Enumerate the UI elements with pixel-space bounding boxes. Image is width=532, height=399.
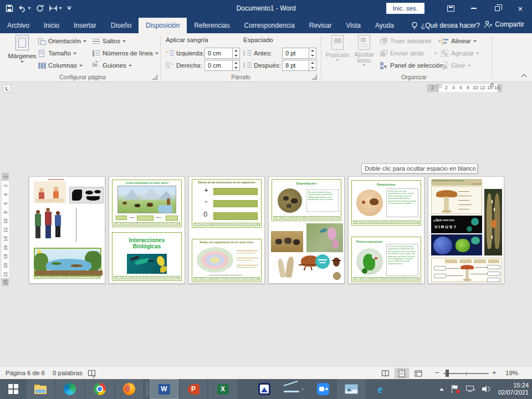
share-button[interactable]: Compartir [484, 17, 524, 32]
p6-worksheet [431, 258, 502, 282]
sangria-izquierda-input[interactable]: 0 cm [204, 48, 240, 59]
word-taskbar-button[interactable]: W [150, 379, 178, 399]
margenes-icon [16, 35, 29, 50]
zoom-slider[interactable] [443, 373, 489, 374]
p5-parasite-photo [356, 190, 383, 216]
page-thumbnail-5[interactable]: Parasitismo Interacción entre dos organi… [348, 176, 424, 284]
espaciado-despues-spinner[interactable] [309, 60, 316, 70]
group-label-configurar: Configurar página [6, 74, 160, 80]
columnas-button[interactable]: Columnas [38, 60, 83, 71]
p6-virus-line1: ¿Qué son los [433, 218, 454, 222]
tab-stop-selector[interactable]: L [3, 84, 11, 93]
tab-diseno[interactable]: Diseño [104, 18, 139, 33]
parrafo-dialog-launcher-icon[interactable] [311, 74, 317, 80]
page-thumbnail-1[interactable]: Obj: Conocer y comprender las distintas … [29, 176, 105, 284]
collapse-ribbon-icon[interactable] [521, 73, 526, 78]
page-thumbnail-3[interactable]: Efectos de las interacciones en los orga… [188, 176, 265, 284]
tab-referencias[interactable]: Referencias [187, 18, 237, 33]
page-thumbnail-2[interactable]: ¿Cómo interactúan los seres vivos? Obj: … [109, 176, 185, 284]
minimize-button[interactable] [462, 0, 485, 17]
powerpoint-taskbar-button[interactable]: P [180, 379, 207, 399]
p3-slide-1: Efectos de las interacciones en los orga… [192, 179, 262, 228]
ribbon-display-options-button[interactable] [439, 0, 462, 17]
margenes-button[interactable]: Márgenes [9, 35, 35, 63]
sangria-izquierda-spinner[interactable] [232, 48, 239, 58]
status-bar: Página 6 de 6 0 palabras − + 19% [0, 366, 532, 379]
tab-archivo[interactable]: Archivo [0, 18, 37, 33]
page-thumbnail-6[interactable]: Clasificación de los seres vivos continu… [428, 176, 504, 284]
sangria-derecha-spinner[interactable] [232, 60, 239, 70]
tray-expand-icon[interactable] [439, 388, 444, 391]
excel-taskbar-button[interactable]: X [208, 379, 237, 399]
close-button[interactable]: × [509, 0, 532, 17]
tell-me-box[interactable]: ¿Qué desea hacer? [411, 18, 480, 33]
word-count[interactable]: 0 palabras [53, 367, 83, 379]
espaciado-antes-input[interactable]: 0 pt [282, 48, 316, 59]
espaciado-antes-spinner[interactable] [309, 48, 316, 58]
read-mode-button[interactable] [378, 368, 392, 378]
group-label-parrafo: Párrafo [161, 74, 320, 80]
configurar-dialog-launcher-icon[interactable] [152, 74, 157, 80]
espaciado-despues-input[interactable]: 8 pt [282, 60, 316, 71]
orientacion-button[interactable]: Orientación [38, 35, 86, 47]
sign-in-button[interactable]: Inic. ses. [386, 3, 424, 14]
page-thumbnail-4[interactable]: Depredación En esta interacción hay un o… [268, 176, 345, 284]
hanging-indent-marker[interactable] [438, 85, 442, 87]
tab-revisar[interactable]: Revisar [302, 18, 339, 33]
action-center-flag-icon[interactable] [451, 385, 459, 393]
edge-button[interactable] [55, 379, 84, 399]
enviar-atras-button[interactable]: Enviar atrás [380, 48, 437, 59]
tab-insertar[interactable]: Insertar [66, 18, 104, 33]
clock-date: 02/07/2021 [498, 389, 529, 396]
tab-disposicion[interactable]: Disposición [139, 18, 187, 33]
tab-ayuda[interactable]: Ayuda [368, 18, 401, 33]
scan-tray-button[interactable]: ‹ [278, 379, 309, 399]
p6-header-title: Clasificación de los seres vivos [432, 180, 464, 182]
espaciado-despues-icon [243, 62, 252, 70]
alinear-button[interactable]: Alinear [441, 35, 477, 47]
chrome-button[interactable] [85, 379, 114, 399]
volume-icon[interactable] [482, 385, 491, 393]
horizontal-ruler[interactable]: 2 2 4 6 8 10 12 14 16 [427, 84, 502, 92]
web-layout-button[interactable] [411, 368, 426, 378]
traer-adelante-button[interactable]: Traer adelante [380, 35, 441, 47]
p1-caption: Obj: Conocer y comprender las distintas … [34, 275, 100, 279]
p2-slide-1: ¿Cómo interactúan los seres vivos? Obj: … [112, 180, 182, 227]
zoom-app-button[interactable] [309, 379, 337, 399]
start-button[interactable] [0, 379, 27, 399]
panel-seleccion-button[interactable]: Panel de selección [380, 60, 444, 71]
vertical-ruler[interactable]: 2 2 4 6 8 10 12 14 16 18 20 22 26 [2, 173, 9, 286]
p2-slide2-caption: Obj: Conocer y comprender las distintas … [114, 276, 180, 279]
photo-preview-button[interactable] [337, 379, 366, 399]
girar-button[interactable]: Girar [441, 60, 471, 71]
tell-me-label: ¿Qué desea hacer? [421, 22, 480, 29]
agrupar-button[interactable]: Agrupar [441, 48, 479, 59]
tab-vista[interactable]: Vista [339, 18, 368, 33]
restore-button[interactable] [485, 0, 509, 17]
tab-correspondencia[interactable]: Correspondencia [237, 18, 301, 33]
sangria-derecha-input[interactable]: 0 cm [204, 60, 240, 71]
document-canvas[interactable]: L 2 2 4 6 8 10 12 14 16 2 2 4 6 8 10 12 … [0, 82, 532, 366]
print-layout-button[interactable] [395, 368, 409, 378]
firefox-button[interactable] [115, 379, 143, 399]
file-explorer-button[interactable] [27, 379, 54, 399]
scanner-app-button[interactable] [250, 379, 278, 399]
numeros-de-linea-button[interactable]: Números de línea [92, 48, 158, 59]
ajustar-texto-button[interactable]: Ajustar texto [351, 35, 377, 66]
network-display-icon[interactable] [466, 386, 475, 393]
zoom-out-button[interactable]: − [435, 367, 439, 379]
internet-explorer-button[interactable]: e [367, 379, 393, 399]
numeros-de-linea-icon [92, 49, 100, 58]
page-indicator[interactable]: Página 6 de 6 [6, 367, 45, 379]
guiones-button[interactable]: bc Guiones [92, 60, 132, 71]
clock[interactable]: 15:24 02/07/2021 [498, 382, 529, 396]
posicion-button[interactable]: Posición [325, 35, 350, 61]
tab-inicio[interactable]: Inicio [37, 18, 66, 33]
zoom-in-button[interactable]: + [492, 367, 497, 379]
tamano-button[interactable]: Tamaño [38, 48, 76, 59]
p3-slide2-title: Niveles de organización de los seres viv… [192, 241, 261, 244]
zoom-slider-thumb[interactable] [446, 370, 449, 377]
sangria-derecha-icon [166, 62, 174, 70]
zoom-level[interactable]: 19% [505, 367, 518, 379]
saltos-button[interactable]: Saltos [92, 35, 126, 47]
